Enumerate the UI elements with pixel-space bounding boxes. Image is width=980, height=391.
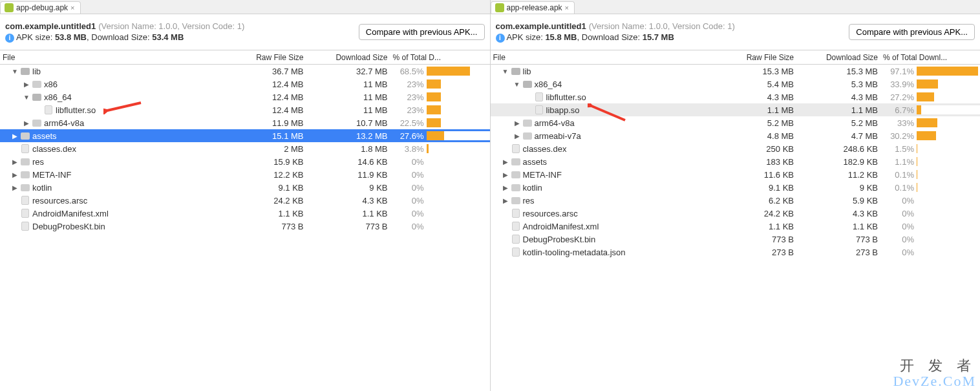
dl-size-value: 53.4 MB xyxy=(152,32,184,42)
col-dl[interactable]: Download Size xyxy=(799,53,883,62)
disclosure-arrow-icon[interactable]: ▼ xyxy=(514,81,520,88)
col-file[interactable]: File xyxy=(491,53,729,62)
pct-bar xyxy=(427,196,490,205)
tree-row[interactable]: kotlin-tooling-metadata.json273 B273 B0% xyxy=(491,246,981,259)
folder-icon xyxy=(523,131,532,140)
pct-bar xyxy=(917,196,980,205)
tree-row[interactable]: libflutter.so12.4 MB11 MB23% xyxy=(0,103,490,116)
tree-row[interactable]: DebugProbesKt.bin773 B773 B0% xyxy=(491,233,981,246)
table-header: FileRaw File SizeDownload Size% of Total… xyxy=(491,50,981,65)
compare-button[interactable]: Compare with previous APK... xyxy=(359,24,485,40)
tree-row[interactable]: resources.arsc24.2 KB4.3 KB0% xyxy=(0,194,490,207)
tree-row[interactable]: ▶kotlin9.1 KB9 KB0% xyxy=(0,181,490,194)
tree-row[interactable]: ▶arm64-v8a11.9 MB10.7 MB22.5% xyxy=(0,116,490,129)
tree-row[interactable]: AndroidManifest.xml1.1 KB1.1 KB0% xyxy=(0,207,490,220)
close-icon[interactable]: × xyxy=(70,4,74,12)
raw-size: 5.4 MB xyxy=(728,79,799,89)
tree-row[interactable]: ▶META-INF12.2 KB11.9 KB0% xyxy=(0,168,490,181)
disclosure-arrow-icon[interactable]: ▶ xyxy=(514,120,520,127)
raw-size: 6.2 KB xyxy=(728,196,799,206)
tree-row[interactable]: DebugProbesKt.bin773 B773 B0% xyxy=(0,220,490,233)
disclosure-arrow-icon[interactable]: ▼ xyxy=(12,68,18,75)
tree-row[interactable]: libapp.so1.1 MB1.1 MB6.7% xyxy=(491,103,981,116)
pct-bar xyxy=(427,183,490,192)
file-icon xyxy=(21,196,30,205)
col-dl[interactable]: Download Size xyxy=(309,53,393,62)
file-name: resources.arsc xyxy=(32,196,87,206)
tree-row[interactable]: ▶assets183 KB182.9 KB1.1% xyxy=(491,155,981,168)
col-file[interactable]: File xyxy=(0,53,238,62)
file-tree[interactable]: ▼lib36.7 MB32.7 MB68.5%▶x8612.4 MB11 MB2… xyxy=(0,65,490,391)
tree-row[interactable]: AndroidManifest.xml1.1 KB1.1 KB0% xyxy=(491,220,981,233)
tab-label: app-release.apk xyxy=(507,3,562,12)
raw-size: 1.1 MB xyxy=(728,105,799,115)
tree-row[interactable]: ▶arm64-v8a5.2 MB5.2 MB33% xyxy=(491,116,981,129)
disclosure-arrow-icon[interactable]: ▶ xyxy=(23,120,30,127)
file-icon xyxy=(511,144,520,153)
disclosure-arrow-icon[interactable]: ▶ xyxy=(12,171,18,178)
editor-tab[interactable]: app-debug.apk× xyxy=(0,1,81,14)
disclosure-arrow-icon[interactable]: ▶ xyxy=(514,132,520,140)
tree-row[interactable]: ▶armeabi-v7a4.8 MB4.7 MB30.2% xyxy=(491,129,981,142)
col-raw[interactable]: Raw File Size xyxy=(238,53,309,62)
col-pct[interactable]: % of Total Downl... xyxy=(883,53,980,62)
compare-button[interactable]: Compare with previous APK... xyxy=(849,24,975,40)
pct-bar xyxy=(427,105,490,114)
download-size: 182.9 KB xyxy=(799,157,883,167)
raw-size: 4.8 MB xyxy=(728,131,799,141)
disclosure-arrow-icon[interactable]: ▼ xyxy=(502,68,509,75)
disclosure-arrow-icon[interactable]: ▶ xyxy=(12,158,18,165)
apk-meta: com.example.untitled1 (Version Name: 1.0… xyxy=(491,14,981,50)
disclosure-arrow-icon[interactable]: ▶ xyxy=(12,132,18,140)
tree-row[interactable]: ▼lib36.7 MB32.7 MB68.5% xyxy=(0,65,490,78)
download-size: 1.1 MB xyxy=(799,105,883,115)
raw-size: 11.9 MB xyxy=(238,118,309,128)
raw-size: 273 B xyxy=(728,248,799,257)
raw-size: 9.1 KB xyxy=(238,183,309,193)
tree-row[interactable]: ▶res6.2 KB5.9 KB0% xyxy=(491,194,981,207)
pct-text: 1.5% xyxy=(883,144,914,154)
close-icon[interactable]: × xyxy=(565,4,569,12)
disclosure-arrow-icon[interactable]: ▶ xyxy=(502,197,509,204)
pct-bar xyxy=(917,118,980,127)
tree-row[interactable]: ▶x8612.4 MB11 MB23% xyxy=(0,78,490,90)
pct-bar xyxy=(917,222,980,231)
file-tree[interactable]: ▼lib15.3 MB15.3 MB97.1%▼x86_645.4 MB5.3 … xyxy=(491,65,981,391)
tree-row[interactable]: ▶META-INF11.6 KB11.2 KB0.1% xyxy=(491,168,981,181)
download-size: 11 MB xyxy=(309,79,393,89)
tree-row[interactable]: ▶kotlin9.1 KB9 KB0.1% xyxy=(491,181,981,194)
folder-icon xyxy=(32,92,41,101)
pct-text: 6.7% xyxy=(883,105,914,115)
tree-row[interactable]: ▶assets15.1 MB13.2 MB27.6% xyxy=(0,129,490,142)
download-size: 9 KB xyxy=(799,183,883,193)
disclosure-arrow-icon[interactable]: ▶ xyxy=(502,158,509,165)
editor-tab[interactable]: app-release.apk× xyxy=(491,1,575,14)
file-name: libflutter.so xyxy=(56,105,96,115)
file-name: assets xyxy=(523,157,548,167)
col-pct[interactable]: % of Total D... xyxy=(393,53,490,62)
pct-bar xyxy=(427,131,490,140)
tree-row[interactable]: classes.dex2 MB1.8 MB3.8% xyxy=(0,142,490,155)
tab-bar: app-debug.apk× xyxy=(0,0,490,14)
disclosure-arrow-icon[interactable]: ▶ xyxy=(12,184,18,191)
raw-size: 12.4 MB xyxy=(238,79,309,89)
tree-row[interactable]: resources.arsc24.2 KB4.3 KB0% xyxy=(491,207,981,220)
tree-row[interactable]: classes.dex250 KB248.6 KB1.5% xyxy=(491,142,981,155)
tree-row[interactable]: ▶res15.9 KB14.6 KB0% xyxy=(0,155,490,168)
file-icon xyxy=(21,144,30,153)
file-name: res xyxy=(32,157,44,167)
raw-size: 183 KB xyxy=(728,157,799,167)
disclosure-arrow-icon[interactable]: ▼ xyxy=(23,94,30,101)
apk-icon xyxy=(495,3,504,12)
download-size: 11.2 KB xyxy=(799,170,883,180)
pct-text: 97.1% xyxy=(883,67,914,76)
raw-size: 5.2 MB xyxy=(728,118,799,128)
disclosure-arrow-icon[interactable]: ▶ xyxy=(502,184,509,191)
col-raw[interactable]: Raw File Size xyxy=(728,53,799,62)
disclosure-arrow-icon[interactable]: ▶ xyxy=(502,171,509,178)
tree-row[interactable]: ▼lib15.3 MB15.3 MB97.1% xyxy=(491,65,981,78)
disclosure-arrow-icon[interactable]: ▶ xyxy=(23,81,30,88)
download-size: 773 B xyxy=(309,222,393,231)
tree-row[interactable]: ▼x86_645.4 MB5.3 MB33.9% xyxy=(491,78,981,90)
file-name: res xyxy=(523,196,535,206)
